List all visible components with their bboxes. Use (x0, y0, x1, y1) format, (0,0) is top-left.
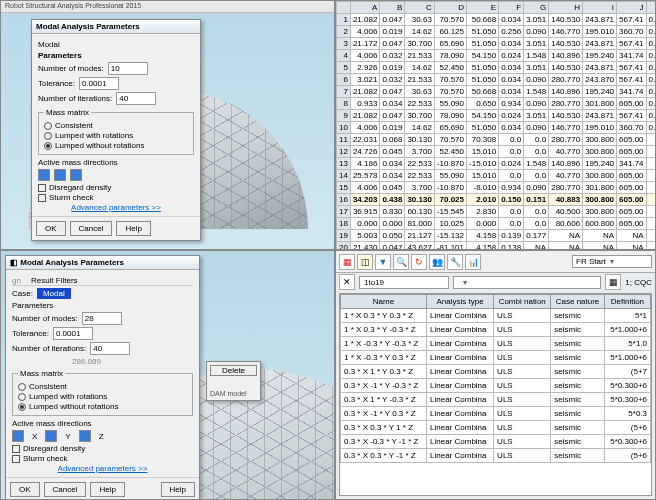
directions-label-2: Active mass directions (12, 419, 193, 428)
sturm-check-2[interactable]: Sturm check (12, 454, 193, 463)
users-icon[interactable]: 👥 (429, 254, 445, 270)
iterations-input[interactable] (116, 92, 156, 105)
tolerance-input-2[interactable] (53, 327, 93, 340)
modes-label: Number of modes: (38, 64, 104, 73)
advanced-link-2[interactable]: Advanced parameters >> (12, 464, 193, 473)
dir-z-toggle[interactable] (70, 169, 82, 181)
modes-input[interactable] (108, 62, 148, 75)
sturm-check[interactable]: Sturm check (38, 193, 194, 202)
dialog-title: Modal Analysis Parameters (32, 20, 200, 34)
note-label: DAM model (210, 390, 257, 397)
empty-selector[interactable] (453, 276, 601, 289)
radio-lumped-norot[interactable]: Lumped without rotations (44, 141, 188, 150)
mass-legend-2: Mass matrix (18, 369, 65, 378)
help-button-3[interactable]: Help (161, 482, 195, 497)
radio-consistent[interactable]: Consistent (44, 121, 188, 130)
clear-icon[interactable]: ✕ (339, 274, 355, 290)
tab-result-filters[interactable]: Result Filters (31, 276, 78, 285)
spreadsheet-pane: ABCDEFGHIJK121.0820.04730.6370.57050.668… (335, 0, 656, 250)
app-title: Robot Structural Analysis Professional 2… (1, 2, 141, 9)
range-input[interactable]: 1to19 (359, 276, 449, 289)
case-value: Modal (37, 288, 71, 299)
cancel-button-2[interactable]: Cancel (44, 482, 87, 497)
titlebar: Robot Structural Analysis Professional 2… (1, 1, 334, 13)
params-label-2: Parameters (12, 301, 193, 310)
delete-button[interactable]: Delete (210, 365, 257, 376)
case-label: Modal (38, 40, 60, 49)
dir-y-toggle-2[interactable] (45, 430, 57, 442)
side-panel: Delete DAM model (206, 361, 261, 401)
radio-lumped-rot-2[interactable]: Lumped with rotations (18, 392, 187, 401)
combinations-pane: ▦ ◫ ▼ 🔍 ↻ 👥 🔧 📊 FR Start ✕ 1to19 ▦ 1; CQ… (335, 250, 656, 500)
cqc-label: 1; CQC (625, 278, 652, 287)
help-button[interactable]: Help (116, 221, 150, 236)
stats-icon[interactable]: 📊 (465, 254, 481, 270)
tool-icon-2[interactable]: ◫ (357, 254, 373, 270)
dialog-title-2: ◧ Modal Analysis Parameters (6, 256, 199, 270)
viewport-top-left: Robot Structural Analysis Professional 2… (0, 0, 335, 250)
viewport-bottom-left: ◧ Modal Analysis Parameters gnResult Fil… (0, 250, 335, 500)
spreadsheet[interactable]: ABCDEFGHIJK121.0820.04730.6370.57050.668… (336, 1, 655, 249)
iterations-input-2[interactable] (90, 342, 130, 355)
disregard-density-check[interactable]: Disregard density (38, 183, 194, 192)
grid-icon[interactable]: ▦ (605, 274, 621, 290)
iterations-label: Number of iterations: (38, 94, 112, 103)
toolbar: ▦ ◫ ▼ 🔍 ↻ 👥 🔧 📊 FR Start (336, 251, 655, 273)
case-label-2: Case: (12, 289, 33, 298)
disregard-density-check-2[interactable]: Disregard density (12, 444, 193, 453)
tool-icon-1[interactable]: ▦ (339, 254, 355, 270)
mass-legend: Mass matrix (44, 108, 91, 117)
filter-icon[interactable]: ▼ (375, 254, 391, 270)
start-selector[interactable]: FR Start (572, 255, 652, 268)
refresh-icon[interactable]: ↻ (411, 254, 427, 270)
wrench-icon[interactable]: 🔧 (447, 254, 463, 270)
params-label: Parameters (38, 51, 82, 60)
search-icon[interactable]: 🔍 (393, 254, 409, 270)
radio-lumped-norot-2[interactable]: Lumped without rotations (18, 402, 187, 411)
tolerance-input[interactable] (79, 77, 119, 90)
modal-params-dialog[interactable]: Modal Analysis Parameters Modal Paramete… (31, 19, 201, 241)
dir-y-toggle[interactable] (54, 169, 66, 181)
advanced-link[interactable]: Advanced parameters >> (38, 203, 194, 212)
radio-consistent-2[interactable]: Consistent (18, 382, 187, 391)
ok-button-2[interactable]: OK (10, 482, 40, 497)
modal-params-dialog-2[interactable]: ◧ Modal Analysis Parameters gnResult Fil… (5, 255, 200, 500)
dir-x-toggle-2[interactable] (12, 430, 24, 442)
modes-label-2: Number of modes: (12, 314, 78, 323)
help-button-2[interactable]: Help (90, 482, 124, 497)
ok-button[interactable]: OK (36, 221, 66, 236)
cancel-button[interactable]: Cancel (70, 221, 113, 236)
tolerance-label-2: Tolerance: (12, 329, 49, 338)
modes-input-2[interactable] (82, 312, 122, 325)
dir-x-toggle[interactable] (38, 169, 50, 181)
filter-bar: ✕ 1to19 ▦ 1; CQC (339, 273, 652, 291)
radio-lumped-rot[interactable]: Lumped with rotations (44, 131, 188, 140)
iterations-label-2: Number of iterations: (12, 344, 86, 353)
dialog-icon: ◧ (10, 258, 20, 267)
combinations-table[interactable]: NameAnalysis typeCombi nationCase nature… (339, 293, 652, 496)
freq-value: 286.089 (12, 357, 193, 366)
tolerance-label: Tolerance: (38, 79, 75, 88)
directions-label: Active mass directions (38, 158, 194, 167)
dir-z-toggle-2[interactable] (79, 430, 91, 442)
